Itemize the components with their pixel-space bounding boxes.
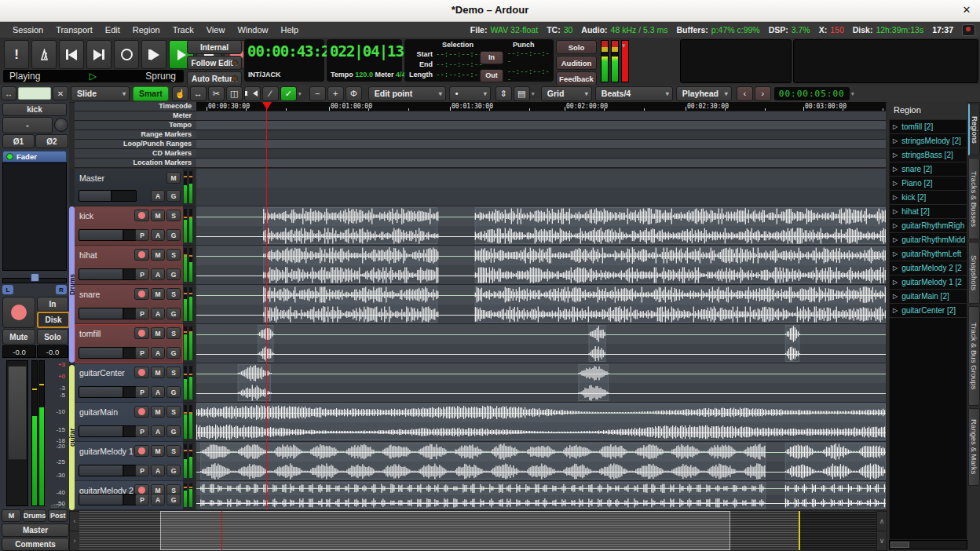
expand-triangle-icon[interactable]: ▷: [893, 293, 898, 300]
track-g-button[interactable]: G: [166, 268, 181, 280]
region-list-item[interactable]: ▷snare [2]: [890, 162, 967, 177]
edit-mode-dropdown[interactable]: Slide▾: [71, 86, 130, 101]
group-strip-guitar[interactable]: guitar: [69, 365, 75, 510]
track-s-button[interactable]: S: [166, 406, 181, 418]
processor-box[interactable]: [2, 162, 67, 271]
track-a-button[interactable]: A: [151, 465, 165, 476]
track-p-button[interactable]: P: [135, 494, 149, 505]
side-tab-ranges-marks[interactable]: Ranges & Marks: [968, 408, 980, 486]
track-p-button[interactable]: P: [135, 347, 149, 359]
ruler-lane-timecode[interactable]: 00:00:30:0000:01:00:0000:01:30:0000:02:0…: [196, 102, 886, 111]
region-list-item[interactable]: ▷guitarMelody 2 [2: [890, 261, 967, 276]
expand-triangle-icon[interactable]: ▷: [893, 222, 898, 229]
region-list-item[interactable]: ▷hihat [2]: [890, 205, 967, 219]
expand-triangle-icon[interactable]: ▷: [893, 307, 898, 314]
goto-end-button[interactable]: [86, 40, 112, 69]
strip-close-icon[interactable]: ✕: [53, 86, 68, 100]
strip-tab-m[interactable]: M: [2, 509, 21, 522]
play-selection-button[interactable]: [141, 40, 166, 69]
track-record-button[interactable]: [134, 249, 149, 261]
punch-out-button[interactable]: Out: [480, 69, 503, 82]
menu-window[interactable]: Window: [231, 22, 274, 38]
solo-button[interactable]: Solo: [556, 40, 597, 54]
track-p-button[interactable]: P: [135, 386, 149, 398]
track-header-snare[interactable]: snareMSPAG: [75, 285, 183, 324]
summary-scroll-down-button[interactable]: ∨: [876, 531, 887, 551]
fader-processor-header[interactable]: Fader: [2, 151, 67, 162]
expand-triangle-icon[interactable]: ▷: [893, 151, 898, 159]
region-list-item[interactable]: ▷guitarRhythmMidd: [890, 233, 967, 247]
track-a-button[interactable]: A: [151, 347, 165, 359]
ruler-playhead-marker[interactable]: [262, 102, 272, 110]
menu-session[interactable]: Session: [6, 22, 49, 38]
strip-mute-button[interactable]: Mute: [2, 329, 35, 345]
track-m-button[interactable]: M: [151, 445, 165, 457]
track-header-guitarmain[interactable]: guitarMainMSPAG: [75, 403, 183, 442]
draw-mode-button[interactable]: ∕: [262, 86, 279, 101]
track-m-button[interactable]: M: [151, 327, 165, 339]
trim-knob[interactable]: [54, 118, 68, 132]
strip-track-name-button[interactable]: kick: [2, 103, 67, 116]
grid-unit-dropdown[interactable]: Beats/4▾: [595, 86, 673, 101]
region-list-item[interactable]: ▷guitarRhythmLeft: [890, 247, 967, 261]
strip-trim-button[interactable]: -: [2, 117, 53, 133]
side-tab-regions[interactable]: Regions: [968, 104, 980, 155]
range-mode-button[interactable]: ↔: [190, 86, 207, 101]
track-g-button[interactable]: G: [166, 347, 181, 359]
track-header-guitarmelody-1[interactable]: guitarMelody 1MSPAG: [75, 442, 183, 481]
primary-clock[interactable]: 00:00:43:25: [244, 39, 324, 60]
nudge-forward-button[interactable]: ›: [755, 86, 771, 101]
gain-display[interactable]: -0.0: [2, 345, 36, 358]
expand-triangle-icon[interactable]: ▷: [893, 208, 898, 215]
menu-track[interactable]: Track: [166, 22, 200, 38]
ruler-lane-location-markers[interactable]: [196, 159, 886, 167]
track-shrink-button[interactable]: ⇕: [495, 86, 512, 101]
summary-view-rectangle[interactable]: [160, 511, 730, 550]
menu-help[interactable]: Help: [275, 22, 305, 38]
zoom-in-button[interactable]: +: [327, 86, 344, 101]
peak-display[interactable]: -0.0: [37, 345, 68, 358]
expand-triangle-icon[interactable]: ▷: [893, 166, 898, 173]
track-fader[interactable]: [79, 386, 137, 398]
side-tab-track-bus-groups[interactable]: Track & Bus Groups: [968, 306, 980, 406]
track-waveform-canvas[interactable]: [196, 169, 886, 510]
track-record-button[interactable]: [134, 367, 149, 378]
expand-triangle-icon[interactable]: ▷: [893, 236, 898, 243]
grid-dropdown[interactable]: Grid▾: [541, 86, 592, 101]
track-m-button[interactable]: M: [151, 210, 165, 221]
expand-triangle-icon[interactable]: ▷: [893, 250, 898, 257]
menu-edit[interactable]: Edit: [99, 22, 126, 38]
monitor-input-button[interactable]: In: [37, 297, 68, 312]
chevron-down-icon[interactable]: ▾: [530, 90, 536, 97]
feedback-button[interactable]: Feedback: [556, 71, 597, 86]
strip-tab-drums[interactable]: Drums: [23, 509, 47, 522]
track-s-button[interactable]: S: [166, 367, 181, 378]
track-g-button[interactable]: G: [166, 425, 181, 437]
region-list-item[interactable]: ▷stringsBass [2]: [890, 148, 967, 162]
loop-button[interactable]: [114, 40, 139, 69]
track-m-button[interactable]: M: [151, 406, 165, 418]
track-s-button[interactable]: S: [166, 210, 181, 221]
region-list-item[interactable]: ▷guitarMain [2]: [890, 290, 967, 304]
region-list-item[interactable]: ▷guitarMelody 1 [2: [890, 276, 967, 290]
side-tab-snapshots[interactable]: Snapshots: [968, 242, 980, 304]
track-a-button[interactable]: A: [151, 229, 165, 241]
playhead[interactable]: [266, 103, 267, 510]
ruler-lane-cd-markers[interactable]: [196, 149, 886, 158]
track-record-button[interactable]: [134, 445, 149, 457]
scrollbar-thumb[interactable]: [890, 542, 909, 548]
track-m-button[interactable]: M: [151, 288, 165, 300]
grab-mode-button[interactable]: ☝: [172, 86, 188, 101]
track-layers-button[interactable]: ▤: [514, 86, 530, 101]
edit-point-dropdown[interactable]: Edit point▾: [368, 86, 446, 101]
nudge-clock[interactable]: 00:00:05:00: [774, 87, 850, 100]
primary-clock-panel[interactable]: 00:00:43:25 INT/JACK: [244, 39, 324, 82]
summary-scroll-right-button[interactable]: ›: [69, 531, 80, 551]
region-list-item[interactable]: ▷kick [2]: [890, 191, 967, 205]
internal-edit-mode-button[interactable]: ✓: [280, 86, 297, 101]
track-header-tomfill[interactable]: tomfillMSPAG: [75, 324, 183, 363]
track-p-button[interactable]: P: [135, 465, 149, 476]
expand-triangle-icon[interactable]: ▷: [893, 265, 898, 272]
track-header-hihat[interactable]: hihatMSPAG: [75, 246, 183, 285]
track-fader[interactable]: [79, 308, 137, 319]
